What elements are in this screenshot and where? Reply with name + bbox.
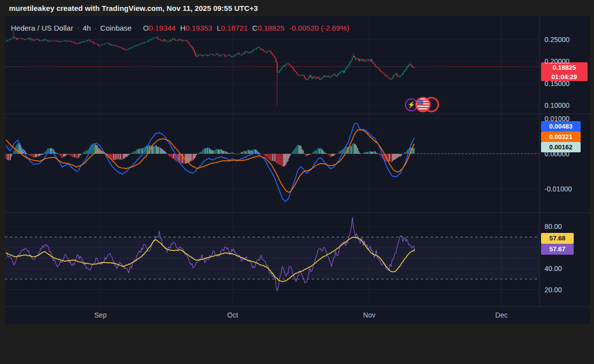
time-axis-label: Oct [222,311,244,319]
separator-dot: · [95,24,97,32]
price-axis-tick: 0.15000 [544,80,587,88]
interval-label[interactable]: 4h [83,24,91,32]
change-value: -0.00520 (-2.69%) [290,24,349,32]
close-value: 0.18825 [257,24,284,32]
footer-bar: TradingView [0,324,594,364]
attribution-bar: muretileakey created with TradingView.co… [0,0,594,16]
separator-dot: · [77,24,79,32]
price-axis-tick: 0.10000 [544,101,587,109]
open-label: O [143,24,149,32]
rsi-axis-tick: 20.00 [544,286,587,294]
ohlc-values: O0.19344H0.19353L0.18721C0.18825 [139,24,285,32]
macd-axis-tick: 0.00000 [544,150,587,158]
rsi-axis-tick: 80.00 [544,223,587,230]
event-markers[interactable]: ⚡ [405,96,440,113]
high-label: H [180,24,186,32]
rsi-ma-badge: 57.68 [541,233,574,244]
open-value: 0.19344 [149,24,176,32]
high-value: 0.19353 [186,24,212,32]
price-axis-tick: 0.25000 [544,36,587,44]
symbol-header: Hedera / US Dollar·4h·CoinbaseO0.19344H0… [11,24,349,33]
macd-axis-tick: -0.01000 [544,185,587,193]
us-flag-canton [417,99,423,104]
us-flag-event-icon[interactable] [415,97,431,112]
time-axis-label: Nov [358,311,380,319]
rsi-axis-tick: 40.00 [544,265,587,273]
time-axis-label: Sep [90,311,111,319]
chart-canvas[interactable] [5,16,590,324]
price-axis-tick: 0.20000 [544,57,587,65]
time-axis-label: Dec [491,311,512,319]
exchange-label[interactable]: Coinbase [100,24,132,32]
symbol-title[interactable]: Hedera / US Dollar [11,24,73,32]
close-label: C [252,24,258,32]
macd-value-badge: 0.00483 [541,121,581,132]
chart-container[interactable] [5,16,590,324]
attribution-text: muretileakey created with TradingView.co… [9,4,258,12]
macd-signal-badge: 0.00321 [541,132,581,142]
rsi-value-badge: 57.67 [541,244,574,255]
low-value: 0.18721 [221,24,248,32]
tradingview-snapshot: muretileakey created with TradingView.co… [0,0,594,364]
macd-axis-tick: 0.01000 [544,115,587,123]
